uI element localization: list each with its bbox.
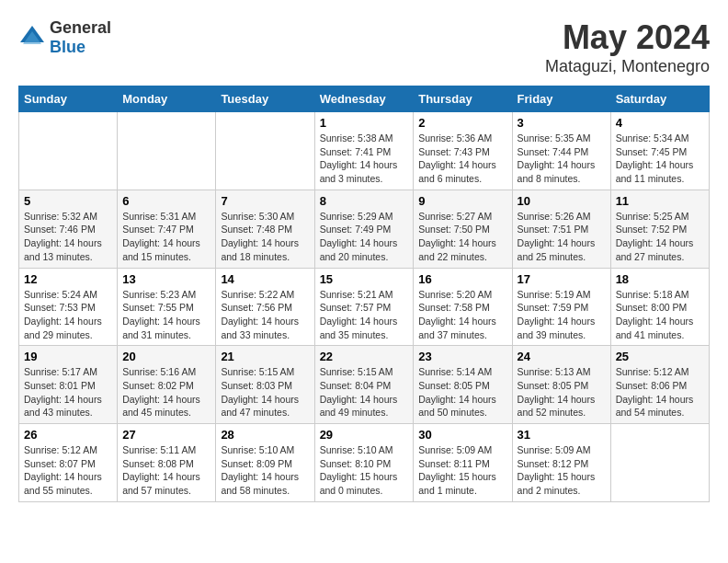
day-number: 19	[24, 350, 112, 363]
day-info: Sunrise: 5:30 AMSunset: 7:48 PMDaylight:…	[221, 210, 309, 264]
calendar-cell: 24Sunrise: 5:13 AMSunset: 8:05 PMDayligh…	[512, 346, 610, 424]
day-info: Sunrise: 5:09 AMSunset: 8:12 PMDaylight:…	[518, 443, 606, 498]
day-number: 30	[418, 428, 506, 442]
day-number: 3	[518, 116, 606, 130]
calendar-cell	[19, 112, 118, 190]
day-info: Sunrise: 5:24 AMSunset: 7:53 PMDaylight:…	[24, 288, 112, 342]
day-info: Sunrise: 5:27 AMSunset: 7:50 PMDaylight:…	[418, 210, 506, 264]
calendar-cell: 26Sunrise: 5:12 AMSunset: 8:07 PMDayligh…	[19, 424, 118, 502]
month-title: May 2024	[545, 18, 710, 57]
day-info: Sunrise: 5:18 AMSunset: 8:00 PMDaylight:…	[616, 288, 704, 342]
day-info: Sunrise: 5:36 AMSunset: 7:43 PMDaylight:…	[418, 132, 506, 186]
day-number: 20	[122, 350, 210, 363]
calendar-cell: 19Sunrise: 5:17 AMSunset: 8:01 PMDayligh…	[19, 346, 118, 424]
day-info: Sunrise: 5:31 AMSunset: 7:47 PMDaylight:…	[122, 210, 210, 264]
calendar-cell: 20Sunrise: 5:16 AMSunset: 8:02 PMDayligh…	[118, 346, 216, 424]
calendar-cell: 29Sunrise: 5:10 AMSunset: 8:10 PMDayligh…	[314, 424, 414, 502]
day-info: Sunrise: 5:34 AMSunset: 7:45 PMDaylight:…	[616, 132, 704, 186]
day-number: 8	[320, 194, 409, 208]
logo-text: General Blue	[50, 18, 111, 57]
day-info: Sunrise: 5:10 AMSunset: 8:10 PMDaylight:…	[320, 443, 409, 498]
calendar-cell: 16Sunrise: 5:20 AMSunset: 7:58 PMDayligh…	[414, 268, 512, 346]
day-info: Sunrise: 5:26 AMSunset: 7:51 PMDaylight:…	[518, 210, 606, 264]
day-number: 23	[418, 350, 506, 363]
calendar-cell: 5Sunrise: 5:32 AMSunset: 7:46 PMDaylight…	[19, 190, 118, 268]
calendar-cell: 30Sunrise: 5:09 AMSunset: 8:11 PMDayligh…	[414, 424, 512, 502]
calendar-cell: 8Sunrise: 5:29 AMSunset: 7:49 PMDaylight…	[314, 190, 414, 268]
day-info: Sunrise: 5:20 AMSunset: 7:58 PMDaylight:…	[418, 288, 506, 342]
calendar-cell: 23Sunrise: 5:14 AMSunset: 8:05 PMDayligh…	[414, 346, 512, 424]
day-number: 4	[616, 116, 704, 130]
calendar-cell: 13Sunrise: 5:23 AMSunset: 7:55 PMDayligh…	[118, 268, 216, 346]
week-row-4: 19Sunrise: 5:17 AMSunset: 8:01 PMDayligh…	[19, 346, 710, 424]
page-header: General Blue May 2024 Mataguzi, Monteneg…	[18, 18, 710, 76]
day-info: Sunrise: 5:17 AMSunset: 8:01 PMDaylight:…	[24, 365, 112, 419]
calendar-cell: 2Sunrise: 5:36 AMSunset: 7:43 PMDaylight…	[414, 112, 512, 190]
calendar-cell: 21Sunrise: 5:15 AMSunset: 8:03 PMDayligh…	[216, 346, 314, 424]
day-info: Sunrise: 5:14 AMSunset: 8:05 PMDaylight:…	[418, 365, 506, 419]
day-number: 7	[221, 194, 309, 208]
calendar-table: SundayMondayTuesdayWednesdayThursdayFrid…	[18, 86, 710, 502]
day-number: 28	[221, 428, 309, 442]
day-number: 5	[24, 194, 112, 208]
day-info: Sunrise: 5:22 AMSunset: 7:56 PMDaylight:…	[221, 288, 309, 342]
weekday-header-thursday: Thursday	[414, 86, 512, 112]
calendar-cell: 10Sunrise: 5:26 AMSunset: 7:51 PMDayligh…	[512, 190, 610, 268]
weekday-header-wednesday: Wednesday	[314, 86, 414, 112]
day-info: Sunrise: 5:11 AMSunset: 8:08 PMDaylight:…	[122, 443, 210, 498]
day-number: 22	[320, 350, 409, 363]
day-info: Sunrise: 5:15 AMSunset: 8:03 PMDaylight:…	[221, 365, 309, 419]
calendar-cell: 7Sunrise: 5:30 AMSunset: 7:48 PMDaylight…	[216, 190, 314, 268]
title-block: May 2024 Mataguzi, Montenegro	[545, 18, 710, 76]
location-title: Mataguzi, Montenegro	[545, 57, 710, 76]
day-number: 27	[122, 428, 210, 442]
day-info: Sunrise: 5:23 AMSunset: 7:55 PMDaylight:…	[122, 288, 210, 342]
week-row-3: 12Sunrise: 5:24 AMSunset: 7:53 PMDayligh…	[19, 268, 710, 346]
calendar-cell	[118, 112, 216, 190]
day-info: Sunrise: 5:10 AMSunset: 8:09 PMDaylight:…	[221, 443, 309, 498]
day-info: Sunrise: 5:21 AMSunset: 7:57 PMDaylight:…	[320, 288, 409, 342]
day-number: 18	[616, 272, 704, 286]
weekday-header-saturday: Saturday	[610, 86, 709, 112]
week-row-2: 5Sunrise: 5:32 AMSunset: 7:46 PMDaylight…	[19, 190, 710, 268]
day-info: Sunrise: 5:38 AMSunset: 7:41 PMDaylight:…	[320, 132, 409, 186]
day-info: Sunrise: 5:19 AMSunset: 7:59 PMDaylight:…	[518, 288, 606, 342]
calendar-cell: 22Sunrise: 5:15 AMSunset: 8:04 PMDayligh…	[314, 346, 414, 424]
day-info: Sunrise: 5:35 AMSunset: 7:44 PMDaylight:…	[518, 132, 606, 186]
day-number: 26	[24, 428, 112, 442]
day-info: Sunrise: 5:16 AMSunset: 8:02 PMDaylight:…	[122, 365, 210, 419]
day-info: Sunrise: 5:32 AMSunset: 7:46 PMDaylight:…	[24, 210, 112, 264]
weekday-header-tuesday: Tuesday	[216, 86, 314, 112]
day-number: 13	[122, 272, 210, 286]
day-info: Sunrise: 5:13 AMSunset: 8:05 PMDaylight:…	[518, 365, 606, 419]
calendar-cell: 9Sunrise: 5:27 AMSunset: 7:50 PMDaylight…	[414, 190, 512, 268]
logo-blue: Blue	[50, 38, 85, 56]
day-number: 17	[518, 272, 606, 286]
calendar-cell: 11Sunrise: 5:25 AMSunset: 7:52 PMDayligh…	[610, 190, 709, 268]
day-number: 15	[320, 272, 409, 286]
calendar-cell: 25Sunrise: 5:12 AMSunset: 8:06 PMDayligh…	[610, 346, 709, 424]
calendar-cell: 14Sunrise: 5:22 AMSunset: 7:56 PMDayligh…	[216, 268, 314, 346]
day-number: 14	[221, 272, 309, 286]
day-info: Sunrise: 5:09 AMSunset: 8:11 PMDaylight:…	[418, 443, 506, 498]
day-info: Sunrise: 5:25 AMSunset: 7:52 PMDaylight:…	[616, 210, 704, 264]
calendar-cell: 1Sunrise: 5:38 AMSunset: 7:41 PMDaylight…	[314, 112, 414, 190]
logo: General Blue	[18, 18, 111, 57]
logo-icon	[18, 24, 46, 52]
weekday-header-friday: Friday	[512, 86, 610, 112]
day-number: 6	[122, 194, 210, 208]
calendar-cell: 17Sunrise: 5:19 AMSunset: 7:59 PMDayligh…	[512, 268, 610, 346]
day-number: 2	[418, 116, 506, 130]
week-row-5: 26Sunrise: 5:12 AMSunset: 8:07 PMDayligh…	[19, 424, 710, 502]
day-number: 16	[418, 272, 506, 286]
day-number: 25	[616, 350, 704, 363]
day-number: 24	[518, 350, 606, 363]
calendar-cell: 12Sunrise: 5:24 AMSunset: 7:53 PMDayligh…	[19, 268, 118, 346]
day-number: 21	[221, 350, 309, 363]
calendar-cell: 4Sunrise: 5:34 AMSunset: 7:45 PMDaylight…	[610, 112, 709, 190]
calendar-cell: 6Sunrise: 5:31 AMSunset: 7:47 PMDaylight…	[118, 190, 216, 268]
day-info: Sunrise: 5:12 AMSunset: 8:07 PMDaylight:…	[24, 443, 112, 498]
day-number: 9	[418, 194, 506, 208]
calendar-cell: 18Sunrise: 5:18 AMSunset: 8:00 PMDayligh…	[610, 268, 709, 346]
calendar-cell: 28Sunrise: 5:10 AMSunset: 8:09 PMDayligh…	[216, 424, 314, 502]
